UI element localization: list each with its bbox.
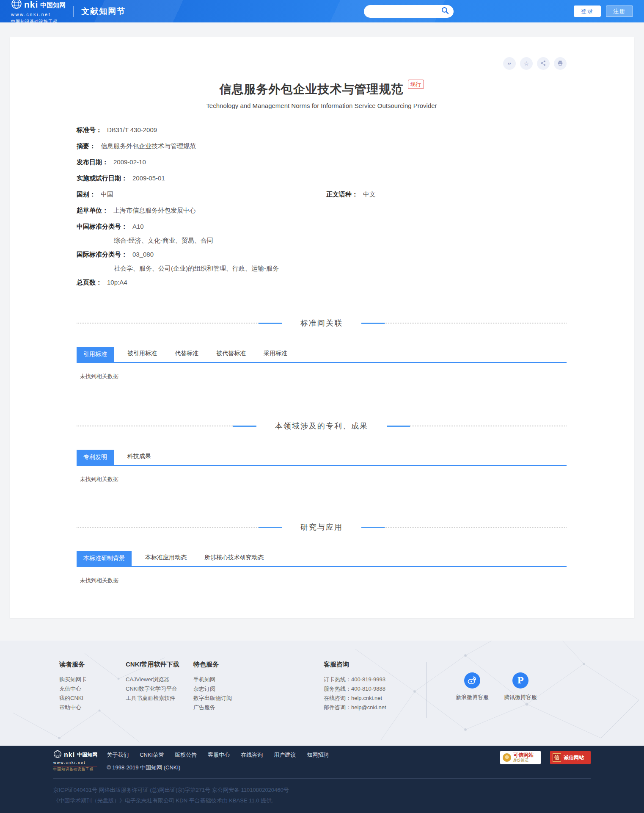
meta-label-language: 正文语种： — [326, 191, 358, 198]
search-input[interactable] — [370, 8, 441, 14]
tab-replaced-standards[interactable]: 被代替标准 — [210, 350, 252, 362]
logo-brand-cn: 中国知网 — [77, 752, 97, 758]
search-icon[interactable] — [441, 6, 449, 17]
site-section-label: 文献知网节 — [81, 6, 126, 17]
footer-nav-copyright-notice[interactable]: 版权公告 — [175, 751, 197, 759]
logo-brand-text: nki — [64, 751, 75, 759]
section-divider-standards-relation: 标准间关联 — [77, 318, 567, 328]
footer-nav-about[interactable]: 关于我们 — [107, 751, 129, 759]
section-title: 研究与应用 — [300, 522, 343, 532]
meta-ics-no: 国际标准分类号： 03_080 — [77, 251, 567, 258]
meta-value-language: 中文 — [363, 191, 376, 198]
footer-link[interactable]: 工具书桌面检索软件 — [126, 694, 193, 702]
document-actions: ” ☆ — [77, 57, 567, 70]
meta-value: 2009-05-01 — [132, 174, 165, 182]
footer-column-title: 读者服务 — [59, 661, 126, 669]
footer-column-software-download: CNKI常用软件下载 CAJViewer浏览器 CNKI数字化学习平台 工具书桌… — [126, 661, 193, 718]
meta-value: A10 — [132, 223, 144, 230]
meta-label: 起草单位： — [77, 207, 108, 214]
logo-slogan: 中国知识基础设施工程 — [53, 766, 97, 772]
meta-ccs-no: 中国标准分类号： A10 — [77, 223, 567, 230]
empty-result-text: 未找到相关数据 — [80, 373, 567, 380]
meta-label: 发布日期： — [77, 158, 108, 166]
quote-button[interactable]: ” — [503, 57, 516, 70]
meta-label: 摘要： — [77, 142, 96, 149]
tab-patent-invention[interactable]: 专利发明 — [77, 450, 114, 465]
research-tabs: 本标准研制背景 本标准应用动态 所涉核心技术研究动态 — [77, 551, 567, 567]
trusted-site-badge[interactable]: 可信网站 身份验证 — [500, 751, 541, 764]
cnki-logo[interactable]: nki 中国知网 www.cnki.net 中国知识基础设施工程 — [11, 0, 66, 22]
footer-nav-user-feedback[interactable]: 用户建议 — [274, 751, 296, 759]
footer-link[interactable]: 帮助中心 — [59, 703, 126, 712]
meta-implement-date: 实施或试行日期： 2009-05-01 — [77, 174, 567, 182]
tab-adopted-standards[interactable]: 采用标准 — [258, 350, 293, 362]
footer-online-help[interactable]: 在线咨询：help.cnki.net — [324, 694, 426, 702]
footer-hotline[interactable]: 服务热线：400-810-9888 — [324, 684, 426, 693]
print-button[interactable] — [554, 57, 567, 70]
footer-email-help[interactable]: 邮件咨询：help@cnki.net — [324, 703, 426, 712]
meta-value: 中国 — [101, 191, 113, 198]
footer-hotline[interactable]: 订卡热线：400-819-9993 — [324, 675, 426, 684]
cnki-logo-footer[interactable]: nki 中国知网 www.cnki.net 中国知识基础设施工程 — [53, 750, 97, 772]
tencent-weibo-service[interactable]: P 腾讯微博客服 — [500, 672, 541, 718]
footer-link[interactable]: 购买知网卡 — [59, 675, 126, 684]
meta-label: 实施或试行日期： — [77, 174, 127, 182]
header-divider — [73, 6, 74, 17]
meta-value: 10p:A4 — [107, 279, 127, 286]
footer-nav-honors[interactable]: CNKI荣誉 — [140, 751, 164, 759]
footer-link[interactable]: 杂志订阅 — [193, 684, 324, 693]
favorite-button[interactable]: ☆ — [520, 57, 533, 70]
footer-dark: nki 中国知网 www.cnki.net 中国知识基础设施工程 关于我们 CN… — [0, 746, 644, 813]
login-button[interactable]: 登录 — [574, 6, 601, 17]
tab-core-tech-research[interactable]: 所涉核心技术研究动态 — [198, 554, 270, 566]
footer-link[interactable]: 广告服务 — [193, 703, 324, 712]
metadata-list: 标准号： DB31/T 430-2009 摘要： 信息服务外包企业技术与管理规范… — [77, 126, 567, 286]
icp-license-text: 京ICP证040431号 网络出版服务许可证 (总)网出证(京)字第271号 京… — [53, 785, 591, 795]
empty-result-text: 未找到相关数据 — [80, 476, 567, 483]
footer-column-title: 特色服务 — [193, 661, 324, 669]
weibo-icon — [464, 672, 480, 689]
integrity-site-badge[interactable]: 信 诚信网站 — [550, 751, 591, 764]
meta-value: 03_080 — [132, 251, 154, 258]
tab-reference-standards[interactable]: 引用标准 — [77, 347, 114, 362]
footer-column-reader-services: 读者服务 购买知网卡 充值中心 我的CNKI 帮助中心 — [59, 661, 126, 718]
tab-application-trends[interactable]: 本标准应用动态 — [139, 554, 193, 566]
sina-weibo-service[interactable]: 新浪微博客服 — [452, 672, 493, 718]
footer-link[interactable]: 充值中心 — [59, 684, 126, 693]
meta-publish-date: 发布日期： 2009-02-10 — [77, 158, 567, 166]
footer-nav-recruitment[interactable]: 知网招聘 — [307, 751, 329, 759]
footer-link[interactable]: 数字出版物订阅 — [193, 694, 324, 702]
tab-development-background[interactable]: 本标准研制背景 — [77, 551, 132, 566]
footer-link[interactable]: CNKI数字化学习平台 — [126, 684, 193, 693]
social-label: 新浪微博客服 — [452, 694, 493, 701]
meta-standard-no: 标准号： DB31/T 430-2009 — [77, 126, 567, 133]
tab-replacing-standards[interactable]: 代替标准 — [169, 350, 204, 362]
meta-ccs-description: 综合-经济、文化-商业、贸易、合同 — [77, 237, 567, 244]
footer-link[interactable]: 我的CNKI — [59, 694, 126, 702]
logo-brand-text: nki — [24, 0, 38, 10]
section-divider-patents: 本领域涉及的专利、成果 — [77, 421, 567, 431]
tab-scitech-achievements[interactable]: 科技成果 — [121, 453, 157, 465]
meta-ics-description: 社会学、服务、公司(企业)的组织和管理、行政、运输-服务 — [77, 265, 567, 272]
footer-link[interactable]: 手机知网 — [193, 675, 324, 684]
footer-link[interactable]: CAJViewer浏览器 — [126, 675, 193, 684]
copyright-text: © 1998-2019 中国知网 (CNKI) — [107, 764, 329, 772]
search-bar[interactable] — [364, 5, 454, 18]
quote-icon: ” — [507, 60, 512, 67]
section-title: 标准间关联 — [300, 318, 343, 328]
tab-referenced-by-standards[interactable]: 被引用标准 — [121, 350, 163, 362]
meta-label: 中国标准分类号： — [77, 223, 127, 230]
top-navbar: nki 中国知网 www.cnki.net 中国知识基础设施工程 文献知网节 登… — [0, 0, 644, 22]
share-button[interactable] — [537, 57, 550, 70]
footer-nav-service-center[interactable]: 客服中心 — [208, 751, 230, 759]
footer-column-customer-service: 客服咨询 订卡热线：400-819-9993 服务热线：400-810-9888… — [324, 661, 426, 718]
logo-brand-cn: 中国知网 — [40, 1, 66, 8]
footer-nav-links: 关于我们 CNKI荣誉 版权公告 客服中心 在线咨询 用户建议 知网招聘 — [107, 751, 329, 759]
footer-nav-online-consult[interactable]: 在线咨询 — [241, 751, 263, 759]
register-button[interactable]: 注册 — [606, 6, 633, 17]
publisher-text: 《中国学术期刊（光盘版）》电子杂志社有限公司 KDN 平台基础技术由 KBASE… — [53, 795, 591, 806]
meta-abstract: 摘要： 信息服务外包企业技术与管理规范 — [77, 142, 567, 149]
globe-icon — [53, 750, 62, 760]
meta-value: 2009-02-10 — [113, 158, 146, 166]
footer-column-title: CNKI常用软件下载 — [126, 661, 193, 669]
